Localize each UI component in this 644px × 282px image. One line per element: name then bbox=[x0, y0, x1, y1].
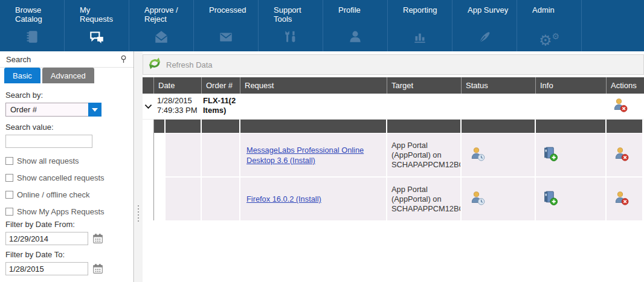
column-header-status[interactable]: Status bbox=[461, 77, 535, 94]
nav-profile[interactable]: Profile bbox=[323, 0, 388, 51]
column-header-actions[interactable]: Actions bbox=[606, 77, 644, 94]
calendar-icon[interactable] bbox=[92, 233, 103, 244]
nav-label: Approve / Reject bbox=[129, 5, 193, 27]
status-cell bbox=[462, 133, 536, 176]
checkbox-box[interactable] bbox=[5, 208, 13, 216]
date-from-label: Filter by Date From: bbox=[5, 220, 134, 229]
person-icon bbox=[347, 29, 363, 47]
checkbox-label: Show all requests bbox=[17, 156, 79, 165]
checkbox-label: Online / offline check bbox=[17, 190, 89, 199]
nav-label: Browse Catalog bbox=[0, 5, 64, 27]
request-link[interactable]: Firefox 16.0.2 (Install) bbox=[246, 194, 321, 204]
tools-icon bbox=[283, 29, 298, 47]
requests-panel: Refresh Data Date Order # Request Target… bbox=[143, 51, 644, 282]
column-header-date[interactable]: Date bbox=[153, 77, 201, 94]
target-cell: App Portal (AppPortal) on SCHAPAPPCM12BO… bbox=[387, 178, 462, 220]
nav-reporting[interactable]: Reporting bbox=[388, 0, 452, 51]
date-to-input[interactable] bbox=[5, 262, 88, 275]
bar-chart-icon bbox=[412, 29, 428, 47]
envelope-open-icon bbox=[153, 29, 169, 47]
dropdown-button[interactable] bbox=[88, 103, 101, 117]
checkbox-box[interactable] bbox=[5, 191, 13, 199]
checkbox-online-offline-check[interactable]: Online / offline check bbox=[5, 190, 134, 199]
order-cell bbox=[202, 133, 240, 176]
checkbox-box[interactable] bbox=[5, 157, 13, 165]
package-add-icon[interactable] bbox=[542, 190, 558, 208]
top-navigation: Browse Catalog My Requests Approve / Rej… bbox=[0, 0, 644, 51]
tab-advanced[interactable]: Advanced bbox=[42, 68, 94, 83]
nav-support-tools[interactable]: Support Tools bbox=[259, 0, 323, 51]
panel-splitter[interactable] bbox=[135, 51, 143, 282]
target-cell: App Portal (AppPortal) on SCHAPAPPCM12BO… bbox=[387, 133, 462, 176]
actions-cell bbox=[607, 178, 643, 220]
info-cell bbox=[536, 133, 607, 176]
nav-my-requests[interactable]: My Requests bbox=[65, 0, 129, 51]
column-header-request[interactable]: Request bbox=[240, 77, 387, 94]
search-value-input[interactable] bbox=[5, 135, 92, 148]
nav-label: Processed bbox=[194, 5, 258, 27]
catalog-book-icon bbox=[24, 29, 40, 47]
nav-approve-reject[interactable]: Approve / Reject bbox=[129, 0, 194, 51]
request-link[interactable]: MessageLabs Professional Online Desktop … bbox=[246, 145, 380, 165]
nested-items-grid: MessageLabs Professional Online Desktop … bbox=[153, 120, 644, 220]
search-by-dropdown[interactable]: Order # bbox=[5, 103, 101, 117]
date-cell bbox=[166, 133, 202, 176]
nav-processed[interactable]: Processed bbox=[194, 0, 259, 51]
checkbox-label: Show My Apps Requests bbox=[17, 207, 105, 216]
pin-icon[interactable] bbox=[120, 55, 127, 63]
group-order-number: FLX-11(2 Items) bbox=[201, 94, 240, 119]
search-by-value: Order # bbox=[5, 103, 88, 117]
date-to-label: Filter by Date To: bbox=[5, 250, 134, 259]
nav-label: Profile bbox=[323, 5, 387, 27]
package-add-icon[interactable] bbox=[542, 146, 558, 164]
chat-bubbles-icon bbox=[88, 29, 105, 47]
sidebar-header: Search bbox=[0, 51, 134, 68]
checkbox-label: Show cancelled requests bbox=[17, 173, 105, 182]
nav-label: App Survey bbox=[452, 5, 517, 27]
envelope-icon bbox=[218, 29, 234, 47]
group-date: 1/28/2015 7:49:33 PM bbox=[153, 94, 201, 119]
chevron-down-icon bbox=[92, 108, 98, 112]
search-tabs: Basic Advanced bbox=[0, 68, 134, 83]
refresh-data-button[interactable]: Refresh Data bbox=[166, 60, 213, 69]
sidebar-title: Search bbox=[6, 55, 31, 64]
user-cancel-icon[interactable] bbox=[613, 97, 628, 115]
nav-label: Reporting bbox=[388, 5, 452, 27]
requests-grid: Date Order # Request Target Status Info … bbox=[143, 77, 644, 220]
column-header-target[interactable]: Target bbox=[387, 77, 461, 94]
checkbox-show-all-requests[interactable]: Show all requests bbox=[5, 156, 134, 165]
user-cancel-icon[interactable] bbox=[614, 190, 630, 208]
column-header-info[interactable]: Info bbox=[535, 77, 606, 94]
user-cancel-icon[interactable] bbox=[614, 146, 630, 164]
order-cell bbox=[202, 178, 240, 220]
grid-header-row: Date Order # Request Target Status Info … bbox=[143, 77, 644, 94]
checkbox-show-cancelled-requests[interactable]: Show cancelled requests bbox=[5, 173, 134, 182]
checkbox-box[interactable] bbox=[5, 174, 13, 182]
calendar-icon[interactable] bbox=[92, 263, 103, 274]
request-cell: MessageLabs Professional Online Desktop … bbox=[240, 133, 387, 176]
request-cell: Firefox 16.0.2 (Install) bbox=[240, 178, 387, 220]
column-header-order[interactable]: Order # bbox=[201, 77, 240, 94]
nav-browse-catalog[interactable]: Browse Catalog bbox=[0, 0, 65, 51]
date-from-input[interactable] bbox=[5, 232, 88, 245]
nav-app-survey[interactable]: App Survey bbox=[452, 0, 517, 51]
group-actions-cell bbox=[606, 94, 644, 119]
user-pending-icon[interactable] bbox=[470, 146, 486, 164]
info-cell bbox=[536, 178, 607, 220]
collapse-chevron-icon[interactable] bbox=[143, 94, 153, 119]
nav-label: Admin bbox=[517, 5, 581, 27]
splitter-grip-icon bbox=[138, 205, 139, 222]
refresh-icon[interactable] bbox=[148, 57, 161, 72]
user-pending-icon[interactable] bbox=[470, 190, 486, 208]
nav-label: My Requests bbox=[65, 5, 129, 27]
checkbox-show-my-apps-requests[interactable]: Show My Apps Requests bbox=[5, 207, 134, 216]
nav-label: Support Tools bbox=[259, 5, 323, 27]
actions-cell bbox=[607, 133, 643, 176]
status-cell bbox=[462, 178, 536, 220]
search-sidebar: Search Basic Advanced Search by: Order #… bbox=[0, 51, 134, 282]
nav-admin[interactable]: Admin ⚙⚙ bbox=[517, 0, 582, 51]
gears-icon: ⚙⚙ bbox=[539, 29, 559, 48]
tab-basic[interactable]: Basic bbox=[4, 68, 40, 83]
survey-pen-icon bbox=[477, 29, 492, 47]
grid-toolbar: Refresh Data bbox=[143, 54, 644, 75]
